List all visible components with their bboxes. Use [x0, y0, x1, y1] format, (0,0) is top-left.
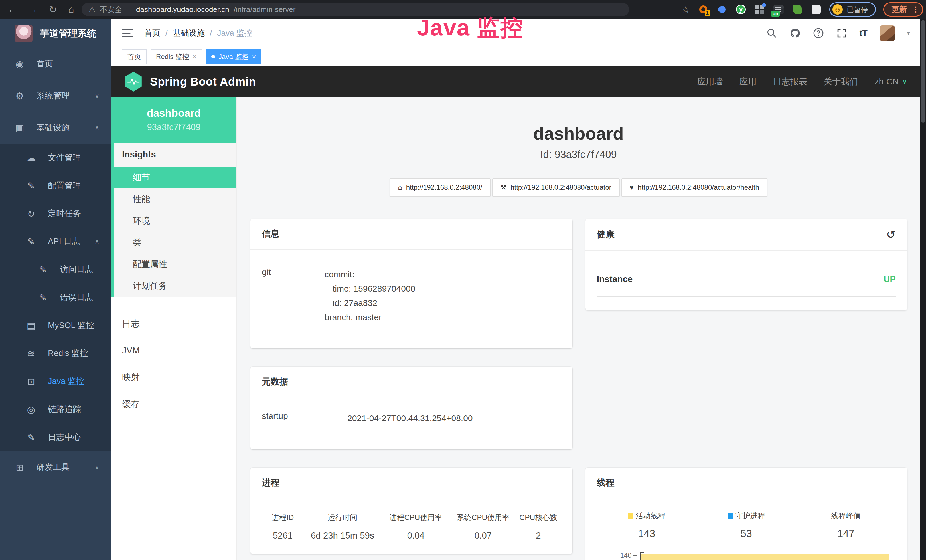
- locale-label: zh-CN: [875, 77, 899, 86]
- timer-icon: ↻: [25, 208, 37, 219]
- sba-item-scheduled-tasks[interactable]: 计划任务: [114, 275, 236, 297]
- threads-card-title: 线程: [586, 468, 908, 498]
- profile-paused-chip[interactable]: ☺ 已暂停: [829, 2, 876, 17]
- browser-forward-icon[interactable]: →: [28, 4, 38, 15]
- sidebar-item-label: Java 监控: [48, 376, 84, 387]
- extension-green-icon[interactable]: [792, 4, 803, 15]
- sidebar-item-error-log[interactable]: ✎ 错误日志: [0, 283, 111, 312]
- extension-y-icon[interactable]: y: [735, 4, 747, 15]
- extension-orange-icon[interactable]: 1: [698, 4, 709, 15]
- browser-back-icon[interactable]: ←: [8, 4, 17, 15]
- sidebar-item-trace[interactable]: ◎ 链路追踪: [0, 395, 111, 423]
- sba-item-metrics[interactable]: 性能: [114, 188, 236, 210]
- sba-item-classes[interactable]: 类: [114, 232, 236, 253]
- browser-home-icon[interactable]: ⌂: [68, 4, 74, 15]
- sidebar-item-infra[interactable]: ▣ 基础设施 ∧: [0, 112, 111, 144]
- sidebar-item-access-log[interactable]: ✎ 访问日志: [0, 256, 111, 283]
- scrollbar-thumb[interactable]: [921, 20, 925, 123]
- actuator-url-button[interactable]: ⚒ http://192.168.0.2:48080/actuator: [492, 178, 620, 197]
- chevron-down-icon: ∨: [95, 463, 99, 471]
- live-threads-legend-swatch: [628, 513, 633, 519]
- tab-label: Java 监控: [218, 52, 248, 61]
- cloud-upload-icon: ☁: [25, 152, 37, 163]
- log-icon: ✎: [25, 236, 37, 247]
- instance-health-row[interactable]: Instance UP: [597, 266, 896, 297]
- paused-label: 已暂停: [847, 5, 868, 14]
- sidebar-item-label: 日志中心: [48, 431, 81, 443]
- search-icon[interactable]: [766, 27, 778, 39]
- git-commit-details: commit: time: 1596289704000 id: 27aa832 …: [325, 267, 415, 324]
- address-bar[interactable]: ⚠ 不安全 dashboard.yudao.iocoder.cn/infra/a…: [82, 3, 629, 16]
- sba-brand-title: Spring Boot Admin: [150, 75, 256, 88]
- tab-java-monitor[interactable]: Java 监控 ×: [206, 49, 261, 64]
- browser-update-button[interactable]: 更新 ⋮: [883, 2, 923, 17]
- sba-nav-journal[interactable]: 日志报表: [773, 76, 807, 88]
- sidebar-item-scheduled-jobs[interactable]: ↻ 定时任务: [0, 200, 111, 228]
- breadcrumb-home[interactable]: 首页: [144, 28, 160, 38]
- sidebar-item-file-manage[interactable]: ☁ 文件管理: [0, 144, 111, 172]
- bookmark-star-icon[interactable]: ☆: [682, 4, 690, 15]
- sba-nav-wallboard[interactable]: 应用墙: [697, 76, 723, 88]
- collapse-sidebar-icon[interactable]: [122, 28, 133, 38]
- sba-item-caches[interactable]: 缓存: [111, 391, 236, 418]
- extension-on-icon[interactable]: on: [773, 4, 784, 15]
- git-line: id: 27aa832: [325, 296, 415, 310]
- extension-pin-icon[interactable]: [716, 4, 728, 15]
- sidebar-item-devtools[interactable]: ⊞ 研发工具 ∨: [0, 451, 111, 483]
- sba-item-details[interactable]: 细节: [114, 166, 236, 188]
- health-card: 健康 ↺ Instance UP: [586, 219, 908, 310]
- startup-row: startup 2021-04-27T00:44:31.254+08:00: [262, 411, 561, 436]
- tab-redis-monitor[interactable]: Redis 监控 ×: [151, 49, 202, 64]
- insecure-warning-icon: ⚠: [89, 5, 95, 14]
- sba-locale-select[interactable]: zh-CN ∨: [875, 77, 907, 86]
- sidebar-item-mysql-monitor[interactable]: ▤ MySQL 监控: [0, 312, 111, 339]
- process-table-header: 进程ID 运行时间 进程CPU使用率 系统CPU使用率 CPU核心数: [262, 513, 561, 523]
- sidebar-item-config-manage[interactable]: ✎ 配置管理: [0, 172, 111, 200]
- sidebar-item-redis-monitor[interactable]: ≋ Redis 监控: [0, 339, 111, 368]
- font-size-icon[interactable]: tT: [859, 28, 867, 38]
- instance-header[interactable]: dashboard 93a3fc7f7409: [111, 97, 236, 143]
- page-scrollbar[interactable]: [920, 19, 926, 560]
- service-url-button[interactable]: ⌂ http://192.168.0.2:48080/: [390, 178, 490, 197]
- sidebar-item-home[interactable]: ◉ 首页: [0, 48, 111, 80]
- infra-submenu: ☁ 文件管理 ✎ 配置管理 ↻ 定时任务 ✎ API 日志 ∧ ✎ 访问日志 ✎…: [0, 144, 111, 451]
- tab-home[interactable]: 首页: [122, 49, 147, 64]
- sba-item-config-props[interactable]: 配置属性: [114, 253, 236, 275]
- extension-grid-icon[interactable]: [754, 4, 766, 15]
- sba-item-environment[interactable]: 环境: [114, 210, 236, 232]
- history-icon[interactable]: ↺: [886, 228, 896, 241]
- app-logo-row[interactable]: 芋道管理系统: [0, 19, 111, 48]
- col-header: 进程ID: [262, 513, 304, 523]
- user-avatar[interactable]: [879, 26, 895, 41]
- sba-nav-about[interactable]: 关于我们: [824, 76, 858, 88]
- close-icon[interactable]: ×: [192, 53, 197, 61]
- stat-label: 线程峰值: [831, 511, 861, 521]
- breadcrumb-infra[interactable]: 基础设施: [173, 28, 205, 38]
- process-table-values: 5261 6d 23h 15m 59s 0.04 0.07 2: [262, 531, 561, 541]
- kebab-menu-icon[interactable]: ⋮: [911, 5, 920, 14]
- home-icon: ⌂: [398, 183, 402, 191]
- sidebar-item-label: MySQL 监控: [48, 320, 94, 331]
- close-icon[interactable]: ×: [252, 53, 256, 61]
- health-url-button[interactable]: ♥ http://192.168.0.2:48080/actuator/heal…: [622, 178, 767, 197]
- y-tick: 140: [620, 551, 637, 559]
- sba-nav-applications[interactable]: 应用: [739, 76, 756, 88]
- sba-item-logs[interactable]: 日志: [111, 310, 236, 337]
- extension-puzzle-icon[interactable]: [811, 4, 822, 15]
- pin-shape: [717, 5, 727, 14]
- sidebar-item-java-monitor[interactable]: ⊡ Java 监控: [0, 368, 111, 395]
- sidebar-item-label: 首页: [36, 58, 53, 70]
- sidebar-item-system[interactable]: ⚙ 系统管理 ∨: [0, 80, 111, 112]
- sidebar-item-api-log[interactable]: ✎ API 日志 ∧: [0, 228, 111, 256]
- browser-reload-icon[interactable]: ↻: [49, 4, 57, 15]
- sba-item-mappings[interactable]: 映射: [111, 364, 236, 391]
- avatar-caret-icon[interactable]: ▾: [907, 29, 910, 37]
- sba-item-jvm[interactable]: JVM: [111, 337, 236, 364]
- page-instance-id: Id: 93a3fc7f7409: [237, 148, 920, 160]
- sidebar-item-label: 访问日志: [60, 264, 93, 275]
- instance-links: ⌂ http://192.168.0.2:48080/ ⚒ http://192…: [237, 178, 920, 197]
- fullscreen-icon[interactable]: [836, 27, 847, 39]
- github-icon[interactable]: [790, 27, 801, 39]
- help-icon[interactable]: [813, 27, 824, 39]
- sidebar-item-log-center[interactable]: ✎ 日志中心: [0, 423, 111, 451]
